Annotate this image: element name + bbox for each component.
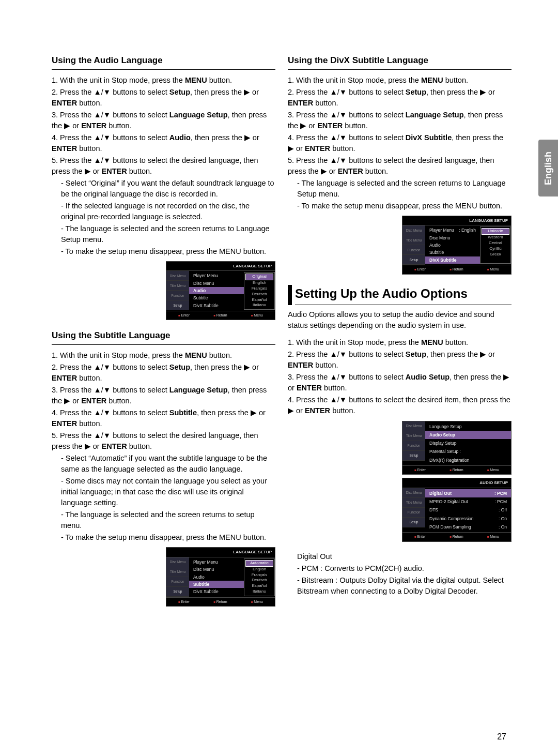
osd-option: Cyrillic — [481, 246, 510, 252]
text-line: 2. Press the ▲/▼ buttons to select Setup… — [288, 349, 512, 371]
osd-title: LANGUAGE SETUP — [402, 216, 511, 226]
osd-option: Français — [244, 286, 274, 292]
osd-footer-item: Return — [213, 313, 227, 318]
osd-menu-item: Disc Menu — [189, 566, 244, 573]
osd-main: Language SetupAudio SetupDisplay SetupPa… — [425, 421, 511, 466]
osd-menu-item: Player Menu: English — [425, 226, 480, 234]
text-line: 4. Press the ▲/▼ buttons to select Subti… — [52, 407, 275, 429]
osd-options: OriginalEnglishFrançaisDeutschEspañolIta… — [244, 272, 275, 310]
osd-title: LANGUAGE SETUP — [166, 262, 275, 271]
text-line: 1. With the unit in Stop mode, press the… — [288, 337, 512, 348]
steps-audio-language: 1. With the unit in Stop mode, press the… — [52, 75, 275, 177]
osd-menu-item: DivX Subtitle — [425, 256, 480, 264]
osd-footer-item: Menu — [487, 534, 499, 539]
osd-audio-setup: AUDIO SETUP Disc MenuTitle MenuFunctionS… — [402, 478, 512, 541]
text-line: - The language is selected and the scree… — [61, 509, 275, 531]
osd-tab: Setup — [166, 587, 189, 597]
text-line: 4. Press the ▲/▼ buttons to select Audio… — [52, 132, 275, 154]
osd-tab: Title Menu — [402, 498, 425, 508]
osd-option: Español — [244, 297, 274, 303]
osd-option: English — [244, 280, 274, 286]
osd-tab: Title Menu — [166, 281, 189, 291]
osd-menu-item: Audio — [189, 573, 244, 581]
osd-subtitle-language: LANGUAGE SETUP Disc MenuTitle MenuFuncti… — [166, 547, 275, 607]
digital-out-desc: - PCM : Converts to PCM(2CH) audio.- Bit… — [288, 563, 512, 597]
osd-menu-item: Subtitle — [189, 581, 244, 588]
osd-option: Italiano — [244, 589, 274, 595]
osd-tab: Disc Menu — [166, 271, 189, 281]
osd-tabs: Disc MenuTitle MenuFunctionSetup — [402, 421, 425, 466]
heading-audio-language: Using the Audio Language — [52, 54, 275, 70]
osd-setup-menu: Disc MenuTitle MenuFunctionSetup Languag… — [402, 421, 512, 475]
osd-option: Automatic — [245, 560, 273, 567]
osd-footer-item: Enter — [414, 467, 426, 473]
osd-options: AutomaticEnglishFrançaisDeutschEspañolIt… — [244, 558, 275, 596]
osd-menu-item: Disc Menu — [425, 234, 480, 241]
osd-main: Player Menu: EnglishDisc MenuAudioSubtit… — [425, 225, 511, 265]
osd-option: Greek — [481, 252, 510, 258]
osd-menu-item: Digital Out: PCM — [425, 489, 511, 497]
heading-subtitle-language: Using the Subtitle Language — [52, 329, 275, 345]
osd-menu-item: DTS: Off — [425, 506, 511, 514]
osd-menu-item: Parental Setup : — [425, 447, 511, 456]
text-line: - Select “Original” if you want the defa… — [61, 178, 275, 200]
osd-tab: Disc Menu — [402, 225, 425, 235]
text-line: 5. Press the ▲/▼ buttons to select the d… — [288, 155, 512, 177]
osd-footer-item: Return — [450, 534, 463, 539]
osd-option: Italiano — [244, 303, 274, 308]
language-tab: English — [538, 140, 558, 196]
osd-footer-item: Enter — [178, 599, 190, 604]
osd-title: LANGUAGE SETUP — [166, 548, 275, 557]
osd-footer-item: Return — [450, 267, 463, 272]
osd-menu-item: Disc Menu — [189, 280, 244, 287]
osd-option: Central — [481, 240, 510, 246]
osd-option: Unicode — [482, 228, 509, 235]
text-line: - Some discs may not contain the languag… — [61, 476, 275, 508]
osd-footer-item: Menu — [251, 313, 263, 318]
osd-option: Deutsch — [244, 292, 274, 297]
osd-menu-item: PCM Down Sampling: On — [425, 523, 511, 531]
heading-audio-options: Setting Up the Audio Options — [295, 285, 512, 306]
osd-footer-item: Menu — [487, 467, 499, 473]
osd-audio-language: LANGUAGE SETUP Disc MenuTitle MenuFuncti… — [166, 261, 275, 321]
text-line: 3. Press the ▲/▼ buttons to select Langu… — [288, 110, 512, 131]
text-line: 5. Press the ▲/▼ buttons to select the d… — [52, 155, 275, 177]
osd-tab: Title Menu — [402, 235, 425, 245]
text-line: 4. Press the ▲/▼ buttons to select the d… — [288, 395, 512, 416]
text-line: - PCM : Converts to PCM(2CH) audio. — [297, 563, 512, 574]
steps-subtitle-language: 1. With the unit in Stop mode, press the… — [52, 350, 275, 452]
text-line: - To make the setup menu disappear, pres… — [297, 201, 512, 211]
text-line: 1. With the unit in Stop mode, press the… — [52, 75, 275, 86]
osd-title: AUDIO SETUP — [402, 478, 511, 488]
left-column: Using the Audio Language 1. With the uni… — [52, 54, 275, 616]
osd-menu-item: Audio — [189, 287, 244, 294]
text-line: 4. Press the ▲/▼ buttons to select DivX … — [288, 132, 512, 154]
osd-menu-item: DivX(R) Registration — [425, 456, 511, 464]
osd-menu-item: Display Setup — [425, 439, 511, 447]
text-line: 2. Press the ▲/▼ buttons to select Setup… — [52, 362, 275, 384]
osd-tabs: Disc MenuTitle MenuFunctionSetup — [166, 557, 189, 597]
text-line: 1. With the unit in Stop mode, press the… — [52, 350, 275, 361]
osd-tabs: Disc MenuTitle MenuFunctionSetup — [166, 271, 189, 311]
text-line: 1. With the unit in Stop mode, press the… — [288, 75, 512, 86]
osd-footer: EnterReturnMenu — [166, 311, 275, 320]
osd-main: Player MenuDisc MenuAudioSubtitleDivX Su… — [189, 557, 275, 597]
intro-audio-options: Audio Options allows you to setup the au… — [288, 309, 512, 331]
osd-tab: Function — [166, 577, 189, 587]
text-line: 2. Press the ▲/▼ buttons to select Setup… — [52, 87, 275, 109]
osd-main: Digital Out: PCMMPEG-2 Digital Out: PCMD… — [425, 488, 511, 533]
osd-tab: Setup — [402, 518, 425, 527]
text-line: - To make the setup menu disappear, pres… — [61, 246, 275, 257]
osd-tab: Title Menu — [166, 567, 189, 577]
osd-footer: EnterReturnMenu — [166, 597, 275, 606]
osd-option: Deutsch — [244, 578, 274, 583]
steps-audio-options: 1. With the unit in Stop mode, press the… — [288, 337, 512, 416]
osd-menu-item: Audio — [425, 241, 480, 249]
osd-tab: Disc Menu — [402, 488, 425, 498]
subs-audio-language: - Select “Original” if you want the defa… — [52, 178, 275, 257]
osd-tabs: Disc MenuTitle MenuFunctionSetup — [402, 488, 425, 533]
osd-tabs: Disc MenuTitle MenuFunctionSetup — [402, 225, 425, 265]
text-line: - The language is selected and the scree… — [61, 223, 275, 245]
osd-tab: Setup — [166, 300, 189, 310]
text-line: - Bitstream : Outputs Dolby Digital via … — [297, 575, 512, 597]
